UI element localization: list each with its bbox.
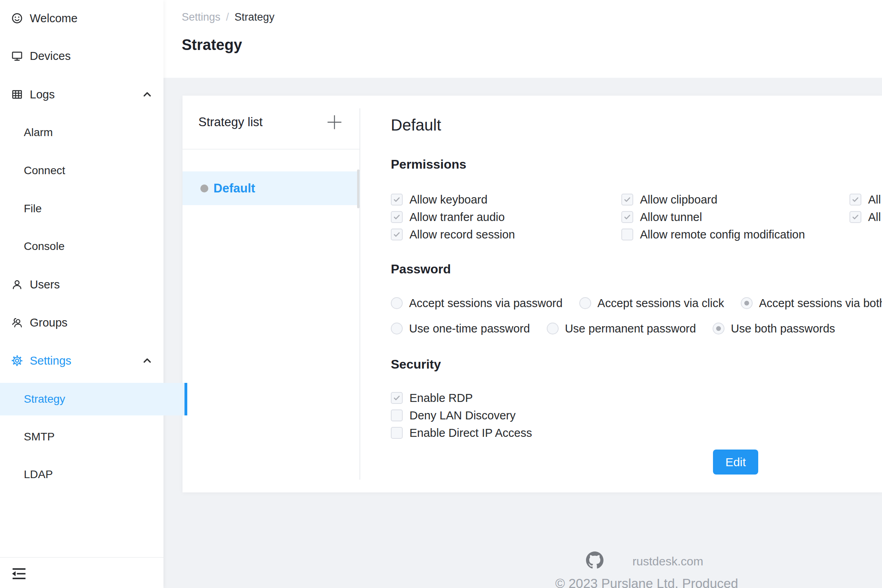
column-divider — [359, 108, 360, 480]
radio-icon[interactable] — [713, 323, 724, 334]
checkbox-icon[interactable] — [621, 194, 633, 206]
radio-permanent-password[interactable]: Use permanent password — [547, 322, 696, 335]
radio-one-time-password[interactable]: Use one-time password — [391, 322, 530, 335]
sidebar-item-welcome[interactable]: Welcome — [0, 2, 163, 35]
checkbox-allow-keyboard[interactable]: Allow keyboard — [391, 191, 515, 208]
monitor-icon — [11, 50, 23, 62]
checkbox-icon[interactable] — [849, 194, 861, 206]
checkbox-icon[interactable] — [391, 392, 403, 404]
smiley-icon — [11, 12, 23, 24]
sidebar: Welcome Devices Logs — [0, 0, 163, 588]
radio-accept-via-both[interactable]: Accept sessions via both — [741, 297, 882, 310]
sidebar-item-settings[interactable]: Settings — [0, 344, 163, 377]
sidebar-item-smtp[interactable]: SMTP — [0, 421, 187, 453]
checkbox-allow-record-session[interactable]: Allow record session — [391, 226, 515, 243]
rustdesk-console: Welcome Devices Logs — [0, 0, 882, 588]
checkbox-enable-direct-ip-access[interactable]: Enable Direct IP Access — [391, 424, 532, 442]
users-group-icon — [11, 317, 23, 329]
security-heading: Security — [391, 357, 441, 372]
radio-both-passwords[interactable]: Use both passwords — [713, 322, 835, 335]
breadcrumb-strategy: Strategy — [234, 11, 275, 23]
checkbox-label: Deny LAN Discovery — [409, 409, 516, 422]
status-dot — [200, 184, 208, 192]
checkbox-icon[interactable] — [621, 229, 633, 240]
strategy-list-title: Strategy list — [198, 115, 325, 129]
radio-label: Accept sessions via both — [759, 297, 882, 310]
radio-accept-via-click[interactable]: Accept sessions via click — [579, 297, 724, 310]
sidebar-item-label: Alarm — [24, 126, 53, 139]
checkbox-icon[interactable] — [391, 409, 403, 421]
password-accept-options: Accept sessions via password Accept sess… — [391, 294, 882, 312]
scrollbar-thumb[interactable] — [357, 169, 359, 208]
radio-icon[interactable] — [741, 297, 753, 309]
sidebar-item-connect[interactable]: Connect — [0, 154, 187, 187]
radio-icon[interactable] — [579, 297, 591, 309]
checkbox-icon[interactable] — [621, 211, 633, 223]
checkbox-icon[interactable] — [391, 229, 403, 240]
add-strategy-button[interactable] — [325, 113, 344, 132]
password-type-options: Use one-time password Use permanent pass… — [391, 320, 835, 337]
sidebar-item-ldap[interactable]: LDAP — [0, 458, 187, 491]
sidebar-item-alarm[interactable]: Alarm — [0, 116, 187, 149]
strategy-card: Strategy list Default Default Permission… — [183, 96, 882, 492]
sidebar-item-label: Devices — [30, 50, 71, 63]
checkbox-label: Allow record session — [409, 228, 515, 241]
checkbox-label: Enable Direct IP Access — [409, 427, 532, 440]
permissions-column-3: All All — [849, 191, 881, 226]
radio-label: Use one-time password — [409, 322, 530, 335]
breadcrumb-separator: / — [226, 11, 229, 23]
sidebar-item-label: SMTP — [24, 430, 55, 443]
radio-accept-via-password[interactable]: Accept sessions via password — [391, 297, 563, 310]
checkbox-label: Allow tranfer audio — [409, 211, 505, 224]
checkbox-allow-tunnel[interactable]: Allow tunnel — [621, 208, 805, 226]
radio-icon[interactable] — [547, 323, 559, 334]
strategy-list-header: Strategy list — [183, 96, 360, 150]
footer-site-link[interactable]: rustdesk.com — [632, 555, 703, 568]
sidebar-item-label: LDAP — [24, 468, 53, 481]
checkbox-label: Enable RDP — [409, 392, 473, 405]
sidebar-item-strategy[interactable]: Strategy — [0, 383, 187, 415]
sidebar-item-file[interactable]: File — [0, 192, 187, 225]
checkbox-icon[interactable] — [391, 427, 403, 439]
sidebar-item-logs[interactable]: Logs — [0, 78, 163, 111]
sidebar-item-users[interactable]: Users — [0, 268, 163, 301]
user-icon — [11, 279, 23, 290]
radio-icon[interactable] — [391, 297, 403, 309]
checkbox-allow-truncated-2[interactable]: All — [849, 208, 881, 226]
gear-icon — [11, 355, 23, 367]
radio-label: Accept sessions via password — [409, 297, 563, 310]
chevron-up-icon[interactable] — [141, 355, 153, 367]
strategy-list-item-default[interactable]: Default — [183, 171, 360, 205]
checkbox-allow-remote-config-modification[interactable]: Allow remote config modification — [621, 226, 805, 243]
checkbox-icon[interactable] — [391, 211, 403, 223]
checkbox-label: Allow tunnel — [640, 211, 702, 224]
security-options: Enable RDP Deny LAN Discovery Enable Dir… — [391, 389, 532, 442]
checkbox-icon[interactable] — [391, 194, 403, 206]
checkbox-enable-rdp[interactable]: Enable RDP — [391, 389, 532, 407]
edit-button[interactable]: Edit — [713, 450, 758, 475]
sidebar-item-devices[interactable]: Devices — [0, 40, 163, 72]
checkbox-allow-clipboard[interactable]: Allow clipboard — [621, 191, 805, 208]
breadcrumb-settings[interactable]: Settings — [182, 11, 221, 23]
checkbox-allow-tranfer-audio[interactable]: Allow tranfer audio — [391, 208, 515, 226]
sidebar-item-label: Settings — [30, 354, 71, 367]
footer-copyright: © 2023 Purslane Ltd. Produced — [528, 576, 766, 588]
permissions-heading: Permissions — [391, 157, 466, 172]
checkbox-deny-lan-discovery[interactable]: Deny LAN Discovery — [391, 407, 532, 424]
sidebar-item-console[interactable]: Console — [0, 230, 187, 263]
collapse-sidebar-icon[interactable] — [9, 563, 29, 584]
github-icon[interactable] — [586, 551, 603, 569]
chevron-up-icon[interactable] — [141, 88, 153, 100]
checkbox-label: Allow remote config modification — [640, 228, 805, 241]
checkbox-label: All — [868, 211, 881, 224]
sidebar-item-label: File — [24, 202, 42, 215]
radio-icon[interactable] — [391, 323, 403, 334]
radio-label: Accept sessions via click — [598, 297, 724, 310]
checkbox-allow-truncated-1[interactable]: All — [849, 191, 881, 208]
sidebar-item-label: Strategy — [24, 393, 65, 405]
sidebar-item-groups[interactable]: Groups — [0, 306, 163, 339]
grid-icon — [11, 88, 23, 100]
checkbox-label: Allow clipboard — [640, 193, 717, 206]
checkbox-icon[interactable] — [849, 211, 861, 223]
sidebar-item-label: Connect — [24, 164, 65, 177]
